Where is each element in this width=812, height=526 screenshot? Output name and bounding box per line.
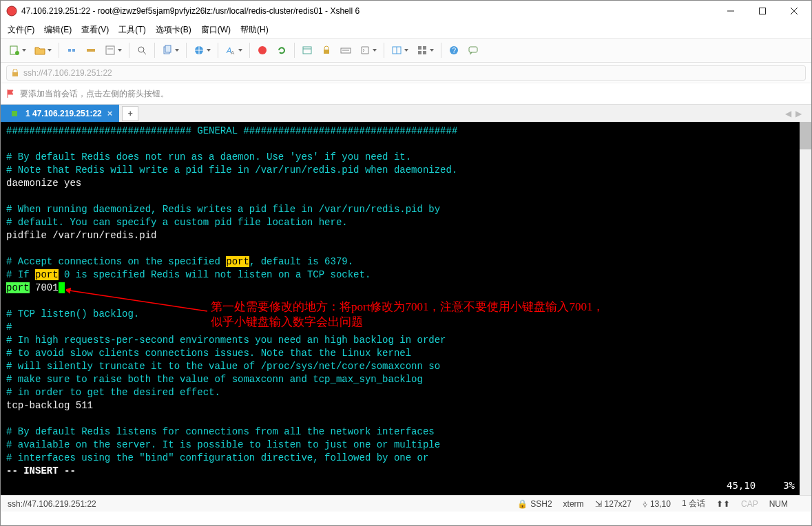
- svg-rect-27: [418, 46, 421, 50]
- svg-rect-15: [165, 45, 171, 52]
- status-dot-icon: [12, 111, 17, 116]
- svg-rect-7: [68, 49, 71, 52]
- tab-label: 1 47.106.219.251:22: [25, 109, 102, 118]
- address-input[interactable]: ssh://47.106.219.251:22: [6, 65, 806, 81]
- terminal-line: # By default Redis listens for connectio…: [6, 425, 806, 439]
- terminal-line: # available on the server. It is possibl…: [6, 439, 806, 452]
- svg-rect-34: [12, 72, 18, 76]
- tab-close-icon[interactable]: ×: [107, 108, 113, 118]
- svg-point-6: [15, 51, 19, 55]
- toolbar: AA ?: [1, 38, 811, 63]
- scrollbar[interactable]: [800, 122, 811, 495]
- svg-rect-9: [87, 49, 95, 52]
- tile-icon[interactable]: [414, 41, 437, 59]
- terminal-line: # Accept connections on the specified po…: [6, 255, 806, 269]
- menu-file[interactable]: 文件(F): [8, 24, 34, 36]
- terminal-line: tcp-backlog 511: [6, 399, 806, 412]
- svg-point-19: [258, 46, 267, 54]
- vim-status: 45,10 3%: [727, 479, 795, 492]
- vim-mode: -- INSERT --: [6, 465, 806, 478]
- green-refresh-icon[interactable]: [273, 41, 290, 59]
- scroll-thumb[interactable]: [800, 122, 811, 149]
- svg-rect-8: [72, 49, 75, 52]
- lock-small-icon: [11, 69, 19, 77]
- menu-tabs[interactable]: 选项卡(B): [156, 24, 191, 36]
- titlebar: 47.106.219.251:22 - root@izwz9ef5sjam9pv…: [1, 1, 811, 21]
- svg-rect-29: [418, 51, 421, 54]
- terminal-line: # When running daemonized, Redis writes …: [6, 203, 806, 216]
- layout-icon[interactable]: [388, 41, 411, 59]
- svg-text:A: A: [231, 50, 235, 56]
- minimize-button[interactable]: [715, 1, 747, 21]
- svg-rect-28: [423, 46, 426, 50]
- terminal-line: # In high requests-per-second environmen…: [6, 334, 806, 347]
- copy-icon[interactable]: [159, 41, 182, 59]
- svg-text:?: ?: [452, 47, 457, 54]
- new-session-icon[interactable]: [6, 41, 29, 59]
- open-session-icon[interactable]: [32, 41, 54, 59]
- status-sessions: 1 会话: [682, 498, 705, 509]
- window-icon[interactable]: [299, 41, 315, 59]
- svg-line-13: [143, 52, 146, 54]
- tabbar: 1 47.106.219.251:22 × + ◀ ▶: [1, 104, 811, 122]
- menu-edit[interactable]: 编辑(E): [44, 24, 72, 36]
- terminal-line: ################################ GENERAL…: [6, 125, 806, 138]
- svg-line-35: [70, 291, 207, 311]
- close-button[interactable]: [778, 1, 810, 21]
- svg-rect-10: [106, 46, 114, 54]
- addressbar: ssh://47.106.219.251:22: [1, 63, 811, 83]
- terminal[interactable]: ################################ GENERAL…: [1, 122, 811, 495]
- status-num: NUM: [769, 499, 788, 509]
- chat-icon[interactable]: [465, 41, 481, 59]
- lock-icon[interactable]: [318, 41, 335, 59]
- terminal-line: pidfile /var/run/redis.pid: [6, 229, 806, 242]
- terminal-line: # interfaces using the "bind" configurat…: [6, 452, 806, 465]
- infobar-text: 要添加当前会话，点击左侧的箭头按钮。: [20, 88, 169, 100]
- status-address: ssh://47.106.219.251:22: [8, 499, 506, 509]
- menu-window[interactable]: 窗口(W): [201, 24, 231, 36]
- flag-icon[interactable]: [6, 89, 16, 98]
- status-cursor: ⎀13,10: [643, 499, 671, 509]
- terminal-line: # By default Redis does not run as a dae…: [6, 151, 806, 164]
- window-title: 47.106.219.251:22 - root@izwz9ef5sjam9pv…: [21, 6, 715, 16]
- svg-point-12: [138, 47, 144, 52]
- address-text: ssh://47.106.219.251:22: [23, 68, 112, 78]
- help-icon[interactable]: ?: [446, 41, 462, 59]
- globe-icon[interactable]: [191, 41, 214, 59]
- tab-prev-icon[interactable]: ◀: [785, 109, 791, 118]
- statusbar: ssh://47.106.219.251:22 🔒SSH2 xterm ⇲127…: [1, 495, 811, 512]
- properties-icon[interactable]: [102, 41, 125, 59]
- svg-point-0: [7, 6, 17, 16]
- script-icon[interactable]: [357, 41, 379, 59]
- menubar: 文件(F) 编辑(E) 查看(V) 工具(T) 选项卡(B) 窗口(W) 帮助(…: [1, 21, 811, 38]
- svg-rect-20: [303, 47, 311, 54]
- status-size: ⇲127x27: [595, 499, 632, 509]
- red-circle-icon[interactable]: [254, 41, 271, 59]
- app-icon: [6, 6, 17, 17]
- disconnect-icon[interactable]: [63, 41, 80, 59]
- status-ssh: 🔒SSH2: [517, 499, 552, 509]
- terminal-line: # If port 0 is specified Redis will not …: [6, 269, 806, 282]
- terminal-line: # will silently truncate it to the value…: [6, 360, 806, 373]
- terminal-line: # to avoid slow clients connections issu…: [6, 347, 806, 360]
- maximize-button[interactable]: [747, 1, 778, 21]
- search-icon[interactable]: [134, 41, 150, 59]
- terminal-line: daemonize yes: [6, 177, 806, 190]
- menu-help[interactable]: 帮助(H): [240, 24, 269, 36]
- menu-tools[interactable]: 工具(T): [118, 24, 145, 36]
- status-connect-icon: ⬆⬆: [716, 499, 730, 509]
- annotation-text: 第一处需要修改的地方：将port修改为7001，注意不要使用小键盘输入7001，…: [211, 299, 604, 330]
- svg-rect-30: [423, 51, 426, 54]
- terminal-line: # in order to get the desired effect.: [6, 386, 806, 399]
- terminal-line: # default. You can specify a custom pid …: [6, 216, 806, 229]
- tab-next-icon[interactable]: ▶: [795, 109, 802, 118]
- menu-view[interactable]: 查看(V): [81, 24, 109, 36]
- reconnect-icon[interactable]: [83, 41, 99, 59]
- svg-rect-22: [324, 50, 329, 54]
- svg-rect-2: [760, 8, 766, 14]
- terminal-line: # make sure to raise both the value of s…: [6, 373, 806, 386]
- add-tab-button[interactable]: +: [122, 106, 138, 121]
- session-tab[interactable]: 1 47.106.219.251:22 ×: [1, 105, 119, 123]
- keyboard-icon[interactable]: [337, 41, 354, 59]
- font-icon[interactable]: AA: [222, 41, 245, 59]
